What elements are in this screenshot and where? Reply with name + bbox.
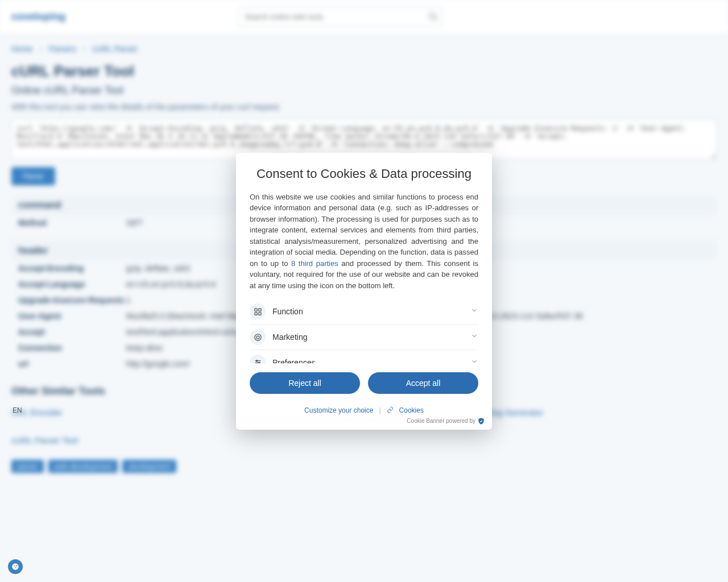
link-icon [387,406,394,415]
svg-rect-9 [258,312,260,314]
category-label: Preferences [272,358,470,363]
svg-point-11 [257,336,259,339]
function-icon [250,304,266,319]
consent-text: On this website we use cookies and simil… [250,192,478,292]
svg-rect-8 [254,312,257,314]
customize-link[interactable]: Customize your choice [304,406,373,414]
chevron-down-icon [470,306,478,317]
chevron-down-icon [470,332,478,342]
reject-all-button[interactable]: Reject all [250,372,360,394]
category-function[interactable]: Function [250,299,478,324]
category-marketing[interactable]: Marketing [250,324,478,350]
consent-modal: Consent to Cookies & Data processing On … [236,153,492,430]
chevron-down-icon [470,357,478,363]
svg-point-10 [254,334,260,340]
consent-text-before: On this website we use cookies and simil… [250,193,478,268]
svg-rect-7 [258,308,260,310]
preferences-icon [250,355,266,363]
consent-footer: EN Customize your choice | Cookies [236,403,492,417]
category-label: Marketing [272,332,470,342]
category-preferences[interactable]: Preferences [250,350,478,363]
svg-point-15 [256,360,258,361]
powered-text: Cookie Banner powered by [407,418,475,424]
third-parties-link[interactable]: 8 third parties [291,259,338,268]
consent-overlay: Consent to Cookies & Data processing On … [0,0,728,582]
accept-all-button[interactable]: Accept all [368,372,478,394]
cookies-link[interactable]: Cookies [399,406,424,414]
category-label: Function [272,307,470,316]
marketing-icon [250,329,266,345]
svg-rect-6 [254,308,257,310]
consent-title: Consent to Cookies & Data processing [250,167,478,181]
powered-by: Cookie Banner powered by [236,417,492,430]
shield-check-icon [477,417,485,425]
separator: | [379,406,380,414]
svg-point-16 [258,362,260,363]
